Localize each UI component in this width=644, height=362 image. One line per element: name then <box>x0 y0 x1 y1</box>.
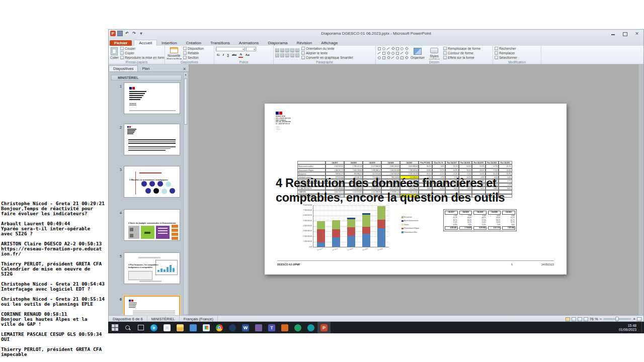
slide-thumbnail-4[interactable]: 2 Suivi du budget, commandes et financem… <box>124 209 180 241</box>
paragraph-format-icon[interactable] <box>285 53 289 57</box>
taskbar-icon-green[interactable] <box>291 322 304 333</box>
fit-to-window-icon[interactable] <box>637 317 641 321</box>
shape-cell[interactable] <box>405 56 409 60</box>
font-style-button-abc[interactable]: abc <box>231 53 237 57</box>
show-desktop-button[interactable] <box>641 322 644 333</box>
taskbar-icon-start[interactable] <box>108 322 121 333</box>
ribbon-button-couper[interactable]: Couper <box>120 47 165 51</box>
zoom-slider[interactable] <box>603 318 631 320</box>
taskbar-icon-ppt[interactable]: P <box>317 322 331 333</box>
scroll-up-icon[interactable]: ▲ <box>184 72 188 77</box>
ribbon-button-copier[interactable]: Copier <box>120 51 165 55</box>
ribbon-button-s-lectionner[interactable]: Sélectionner <box>495 55 517 59</box>
shape-cell[interactable] <box>391 47 395 51</box>
shape-cell[interactable] <box>382 47 386 51</box>
ribbon-tab-animations[interactable]: Animations <box>234 40 264 46</box>
taskbar-icon-chrome[interactable] <box>213 322 226 333</box>
ribbon-button-orientation-du-texte[interactable]: Orientation du texte <box>301 47 353 51</box>
shape-cell[interactable] <box>400 51 404 55</box>
paragraph-format-icon[interactable] <box>280 48 284 52</box>
font-style-button-aa[interactable]: Aa <box>244 53 251 57</box>
shape-cell[interactable] <box>382 51 386 55</box>
ribbon-button-contour-de-forme[interactable]: Contour de forme <box>443 51 480 55</box>
zoom-out-icon[interactable]: − <box>600 317 602 321</box>
slide-canvas[interactable]: MINISTÈREDE L'ÉDUCATIONNATIONALE,DE LA J… <box>265 104 567 275</box>
taskbar-icon-mail[interactable] <box>187 322 200 333</box>
slide-thumbnail-1[interactable] <box>124 82 180 114</box>
shape-cell[interactable] <box>400 56 404 60</box>
shape-cell[interactable] <box>386 56 390 60</box>
ribbon-tab-diaporama[interactable]: Diaporama <box>263 40 292 46</box>
taskbar-icon-orange[interactable] <box>278 322 291 333</box>
scrollbar-thumb[interactable] <box>184 78 187 125</box>
shape-cell[interactable] <box>377 51 381 55</box>
taskbar-icon-purple[interactable] <box>252 322 265 333</box>
shape-cell[interactable] <box>386 51 390 55</box>
ribbon-button-effets-sur-la-forme[interactable]: Effets sur la forme <box>443 55 480 59</box>
taskbar-icon-dark[interactable] <box>226 322 239 333</box>
ribbon-button-r-tablir[interactable]: Rétablir <box>183 51 204 55</box>
font-style-button-i[interactable]: I <box>221 53 225 57</box>
slide-sorter-icon[interactable] <box>572 317 576 321</box>
ribbon-button-section[interactable]: Section <box>183 55 204 59</box>
shape-cell[interactable] <box>395 47 399 51</box>
ribbon-button-remplacer[interactable]: Remplacer <box>495 51 517 55</box>
taskbar-icon-teams[interactable]: T <box>265 322 278 333</box>
file-tab[interactable]: Fichier <box>110 40 132 46</box>
paragraph-format-icon[interactable] <box>290 53 294 57</box>
ribbon-tab-cr-ation[interactable]: Création <box>182 40 206 46</box>
ribbon-button-remplissage-de-forme[interactable]: Remplissage de forme <box>443 47 480 51</box>
slide-thumbnail-6[interactable] <box>124 296 180 315</box>
new-slide-button[interactable]: Nouvelle diapositive <box>167 47 182 59</box>
normal-view-icon[interactable] <box>566 317 570 321</box>
maximize-button[interactable] <box>619 31 630 37</box>
slide-thumbnail-5[interactable]: 3 Flux financiers, les comptables budgét… <box>124 252 180 284</box>
ribbon-tab-affichage[interactable]: Affichage <box>316 40 342 46</box>
font-style-button-a[interactable]: A <box>238 52 243 58</box>
reading-view-icon[interactable] <box>578 317 582 321</box>
panel-close-icon[interactable]: ✕ <box>180 67 189 71</box>
taskbar-icon-edge[interactable]: e <box>147 322 160 333</box>
slideshow-icon[interactable] <box>584 317 588 321</box>
shape-cell[interactable] <box>405 47 409 51</box>
paragraph-format-icon[interactable] <box>290 48 294 52</box>
font-style-button-s[interactable]: S <box>226 53 230 57</box>
shape-cell[interactable] <box>405 51 409 55</box>
shapes-gallery[interactable] <box>377 47 409 59</box>
panel-tab-plan[interactable]: Plan <box>138 66 153 71</box>
taskbar-icon-photos[interactable] <box>200 322 213 333</box>
shape-cell[interactable] <box>382 56 386 60</box>
minimize-button[interactable] <box>607 31 618 37</box>
taskbar-icon-explorer[interactable] <box>174 322 187 333</box>
font-style-button-g[interactable]: G <box>216 53 220 57</box>
paragraph-format-icon[interactable] <box>275 53 279 57</box>
font-name-select[interactable]: ▾ <box>216 47 245 51</box>
slide-area-scrollbar[interactable] <box>638 64 643 315</box>
ribbon-button-rechercher[interactable]: Rechercher <box>495 47 517 51</box>
shape-cell[interactable] <box>400 47 404 51</box>
taskbar-icon-teal[interactable] <box>304 322 317 333</box>
zoom-in-icon[interactable]: + <box>633 317 635 321</box>
ribbon-tab-transitions[interactable]: Transitions <box>206 40 234 46</box>
section-header[interactable]: MINISTÉRIEL <box>111 75 182 80</box>
shape-cell[interactable] <box>395 56 399 60</box>
taskbar-icon-taskview[interactable] <box>134 322 147 333</box>
ribbon-tab-accueil[interactable]: Accueil <box>134 40 157 46</box>
window-titlebar[interactable]: P ↶ ↷ ▾ Diaporama DGESCO 01 06.2023.pptx… <box>109 30 643 39</box>
panel-tab-diapositives[interactable]: Diapositives <box>109 65 138 71</box>
shape-cell[interactable] <box>377 47 381 51</box>
panel-scrollbar[interactable]: ▲ <box>183 72 188 315</box>
ribbon-button-reproduire-la-mise-en-forme[interactable]: Reproduire la mise en forme <box>120 55 165 59</box>
font-size-select[interactable]: ▾ <box>246 47 256 51</box>
shape-cell[interactable] <box>391 56 395 60</box>
taskbar-icon-store[interactable]: ⌂ <box>160 322 174 333</box>
shape-cell[interactable] <box>377 56 381 60</box>
paste-button[interactable]: Coller <box>110 47 119 59</box>
shape-cell[interactable] <box>386 47 390 51</box>
ribbon-tab-insertion[interactable]: Insertion <box>157 40 182 46</box>
paragraph-format-icon[interactable] <box>275 48 279 52</box>
ribbon-button-convertir-en-graphique-smartart[interactable]: Convertir en graphique SmartArt <box>301 55 353 59</box>
paragraph-format-icon[interactable] <box>295 53 299 57</box>
ribbon-button-disposition[interactable]: Disposition <box>183 47 204 51</box>
quick-styles-button[interactable]: Styles rapides <box>427 47 442 59</box>
